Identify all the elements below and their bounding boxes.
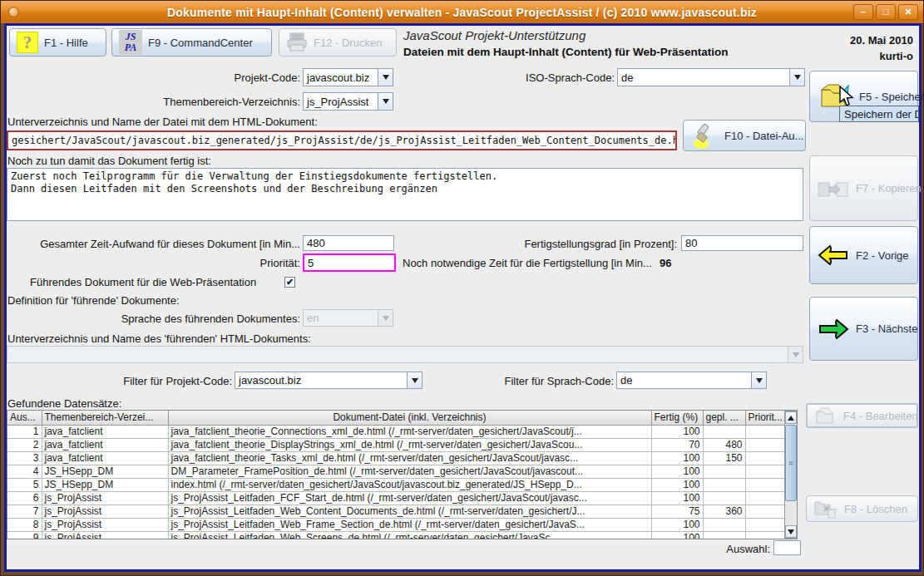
edit-button[interactable]: F4 - Bearbeiten (806, 403, 918, 428)
maximize-button[interactable]: □ (876, 4, 896, 20)
table-row[interactable]: 6js_ProjAssistjs_ProjAssist_Leitfaden_FC… (7, 491, 784, 505)
edit-button-label: F4 - Bearbeiten (843, 410, 918, 422)
current-date: 20. Mai 2010 (788, 34, 913, 47)
prioritaet-field[interactable]: 5 (303, 254, 396, 272)
previous-button[interactable]: F2 - Vorige (809, 226, 918, 284)
jspa-logo-icon: JSPA (119, 30, 142, 55)
table-row[interactable]: 1java_fatclientjava_fatclient_theorie_Co… (7, 425, 784, 438)
fertigstellungsgrad-label: Fertigstellungsgrad [in Prozent]: (472, 238, 677, 250)
page-title: Dateien mit dem Haupt-Inhalt (Content) f… (403, 46, 729, 58)
fuehrend-doc-field[interactable] (7, 346, 803, 363)
copy-button[interactable]: F7 - Kopieren (809, 155, 918, 221)
sprache-fuehrend-label: Sprache des führenden Dokumentes: (90, 313, 300, 325)
fuehrend-checkbox[interactable]: ✔ (284, 277, 295, 288)
command-center-button[interactable]: JSPA F9 - CommandCenter (111, 28, 272, 57)
scrollbar-grip-icon: ≡ (788, 461, 793, 465)
table-row[interactable]: 7js_ProjAssistjs_ProjAssist_Leitfaden_We… (7, 505, 784, 518)
iso-sprach-code-combo[interactable]: de (617, 68, 805, 86)
html-doc-label: Unterverzeichnis und Name der Datei mit … (7, 116, 318, 128)
table-row[interactable]: 5JS_HSepp_DMindex.html (/_rmt-server/dat… (7, 478, 784, 491)
fuehrend-doc-label: Unterverzeichnis und Name des 'führenden… (7, 332, 311, 345)
table-row[interactable]: 8js_ProjAssistjs_ProjAssist_Leitfaden_We… (7, 518, 784, 531)
projekt-code-label: Projekt-Code: (131, 71, 300, 84)
delete-button[interactable]: F8 - Löschen (806, 495, 918, 522)
flashlight-icon (690, 122, 719, 149)
file-lookup-button-label: F10 - Datei-Au... (724, 130, 803, 142)
help-button-label: F1 - Hilfe (44, 37, 88, 49)
scroll-down-button[interactable] (785, 525, 797, 538)
chevron-down-icon (378, 310, 393, 326)
table-row[interactable]: 4JS_HSepp_DMDM_Parameter_FramePosition_d… (7, 465, 784, 478)
filter-sprache-label: Filter für Sprach-Code: (472, 375, 614, 387)
auswahl-field[interactable] (773, 540, 801, 555)
col-prioritaet[interactable]: Priorit... (745, 411, 784, 425)
zeit-aufwand-label: Gesamter Zeit-Aufwand für dieses Dokumen… (7, 238, 300, 250)
fertigstellungsgrad-field[interactable]: 80 (681, 235, 803, 251)
chevron-down-icon[interactable] (378, 93, 393, 110)
themenbereich-value: js_ProjAssist (304, 93, 378, 110)
results-table: Aus... Themenbereich-Verzei... Dokument-… (7, 410, 798, 539)
chevron-down-icon[interactable] (407, 372, 422, 388)
table-scrollbar[interactable]: ≡ (784, 411, 798, 539)
save-tooltip: Speichern der D (839, 106, 919, 122)
print-button-label: F12 - Drucken (314, 37, 382, 49)
todo-textarea[interactable]: Zuerst noch Teilprogramm für die Verwalt… (7, 168, 803, 221)
fuehrend-checkbox-label: Führendes Dokument für die Web-Präsentat… (30, 276, 256, 288)
window-icon (8, 7, 19, 17)
col-aus[interactable]: Aus... (7, 411, 42, 425)
close-button[interactable]: ✕ (898, 4, 918, 20)
previous-button-label: F2 - Vorige (856, 249, 909, 262)
help-button[interactable]: ? F1 - Hilfe (9, 28, 106, 57)
themenbereich-label: Themenbereich-Verzeichnis: (90, 96, 300, 108)
chevron-down-icon[interactable] (789, 69, 804, 86)
table-header-row: Aus... Themenbereich-Verzei... Dokument-… (7, 411, 784, 425)
help-icon: ? (17, 32, 38, 53)
copy-icon (817, 176, 850, 201)
iso-sprach-code-value: de (618, 69, 789, 86)
filter-projekt-value: javascout.biz (235, 372, 407, 388)
filter-sprache-combo[interactable]: de (616, 372, 767, 389)
filter-projekt-label: Filter für Projekt-Code: (57, 375, 232, 387)
minimize-button[interactable]: – (853, 4, 873, 20)
col-themenbereich[interactable]: Themenbereich-Verzei... (42, 411, 168, 425)
arrow-left-icon (817, 243, 850, 268)
projekt-code-value: javascout.biz (304, 69, 378, 86)
projekt-code-combo[interactable]: javascout.biz (303, 68, 393, 86)
copy-button-label: F7 - Kopieren (856, 182, 922, 194)
delete-button-label: F8 - Löschen (844, 503, 907, 515)
col-dokument-datei[interactable]: Dokument-Datei (inkl. Verzeichnis) (168, 411, 651, 425)
col-geplant[interactable]: gepl. ... (703, 411, 745, 425)
chevron-down-icon[interactable] (751, 372, 766, 388)
app-window: Dokumente mit Haupt-Inhalt (Content) ver… (0, 0, 924, 576)
command-center-button-label: F9 - CommandCenter (148, 37, 253, 49)
filter-projekt-combo[interactable]: javascout.biz (235, 372, 422, 389)
filter-sprache-value: de (617, 372, 751, 388)
table-row[interactable]: 9js_ProjAssistjs_ProjAssist_Leitfaden_We… (7, 531, 784, 539)
noch-zeit-value: 96 (660, 257, 671, 269)
chevron-down-icon[interactable] (378, 69, 393, 86)
file-lookup-button[interactable]: F10 - Datei-Au... (683, 120, 806, 151)
printer-icon (286, 32, 308, 52)
print-button[interactable]: F12 - Drucken (279, 28, 397, 57)
delete-icon (813, 498, 838, 519)
col-fertig[interactable]: Fertig (%) (651, 411, 703, 425)
prioritaet-label: Priorität: (131, 257, 300, 269)
zeit-aufwand-field[interactable]: 480 (303, 235, 394, 251)
next-button-label: F3 - Nächste (856, 322, 917, 335)
fuehrend-doc-value (7, 347, 788, 362)
iso-sprach-code-label: ISO-Sprach-Code: (472, 71, 615, 84)
current-user: kurti-o (788, 50, 913, 62)
html-doc-field[interactable]: gesichert/JavaScout/javascout.biz_genera… (7, 130, 677, 150)
table-row[interactable]: 3java_fatclientjava_fatclient_theorie_Ta… (7, 451, 784, 465)
arrow-right-icon (817, 317, 850, 342)
title-bar[interactable]: Dokumente mit Haupt-Inhalt (Content) ver… (1, 1, 923, 23)
auswahl-label: Auswahl: (697, 543, 770, 555)
sprache-fuehrend-combo[interactable]: en (303, 309, 393, 327)
table-row[interactable]: 2java_fatclientjava_fatclient_theorie_Di… (7, 438, 784, 451)
scroll-up-button[interactable] (785, 411, 797, 424)
scrollbar-thumb[interactable]: ≡ (785, 425, 797, 501)
next-button[interactable]: F3 - Nächste (809, 297, 918, 361)
results-label: Gefundene Datensätze: (7, 397, 121, 410)
window-title: Dokumente mit Haupt-Inhalt (Content) ver… (1, 6, 923, 19)
themenbereich-combo[interactable]: js_ProjAssist (303, 92, 393, 111)
